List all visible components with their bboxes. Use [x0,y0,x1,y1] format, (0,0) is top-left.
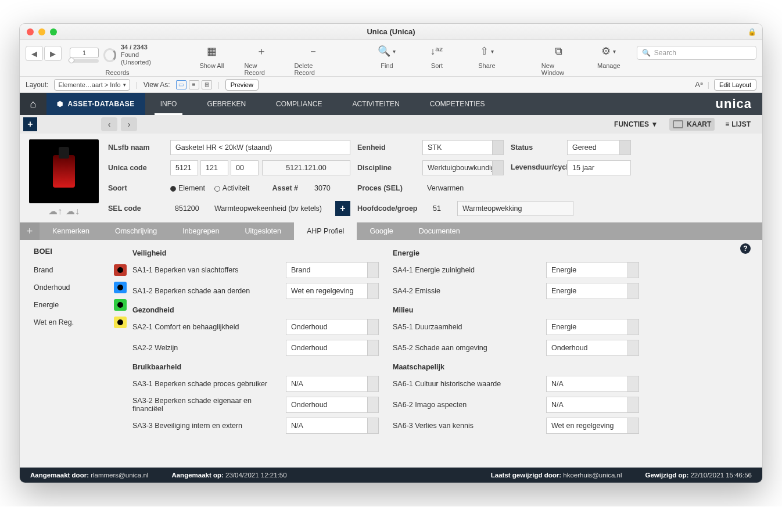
add-button[interactable]: + [23,117,37,131]
color-swatch[interactable] [114,317,127,328]
record-nav: ‹ › [101,117,137,131]
nlsfb-input[interactable]: Gasketel HR < 20kW (staand) [170,140,350,155]
sort-icon: ↓ᵃᶻ [430,45,443,57]
new-window-button[interactable]: ⧉ New Window [541,44,576,76]
show-all-button[interactable]: ▦ Show All [194,44,229,69]
ahp-select[interactable]: N/A [546,397,639,413]
ahp-select[interactable]: Onderhoud [286,319,379,335]
prev-record-button[interactable]: ‹ [101,117,117,131]
navbar: ⌂ ⬢ ASSET-DATABASE INFO GEBREKEN COMPLIA… [20,93,762,115]
unica-c3[interactable]: 00 [231,160,259,175]
ahp-select[interactable]: Energie [546,319,639,335]
thumbnail-image[interactable] [29,139,99,203]
download-icon[interactable]: ☁︎↓ [66,206,80,217]
subtab-add[interactable]: + [20,222,40,240]
sel-add-button[interactable]: + [335,201,350,216]
ahp-select[interactable]: Energie [546,262,639,278]
header-form: NLsfb naam Gasketel HR < 20kW (staand) E… [108,139,753,217]
view-lijst-button[interactable]: ≡ LIJST [722,118,754,131]
color-swatch[interactable] [114,264,127,276]
delete-record-button[interactable]: － Delete Record [294,44,332,76]
nav-tab-info[interactable]: INFO [145,93,192,115]
preview-button[interactable]: Preview [225,79,259,91]
nav-tab-compliance[interactable]: COMPLIANCE [261,93,337,115]
eenheid-select[interactable]: STK [422,140,504,155]
ahp-select[interactable]: Onderhoud [286,397,379,413]
ahp-select[interactable]: Brand [286,262,379,278]
ahp-label: SA1-1 Beperken van slachtoffers [132,262,272,278]
ahp-label: SA6-1 Cultuur historische waarde [393,376,532,392]
functies-menu[interactable]: FUNCTIES ▼ [614,120,658,128]
levensduur-input[interactable]: 15 jaar [567,160,631,175]
created-on: 23/04/2021 12:21:50 [225,472,287,479]
back-button[interactable]: ◀ [26,46,43,61]
view-list-icon[interactable]: ≡ [189,80,199,89]
home-button[interactable]: ⌂ [20,93,46,115]
search-input[interactable]: 🔍 Search [637,46,756,60]
layout-select[interactable]: Elemente…aart > Info ▾ [54,79,130,91]
ahp-select[interactable]: Onderhoud [546,340,639,356]
db-title[interactable]: ⬢ ASSET-DATABASE [46,93,145,115]
ahp-select[interactable]: N/A [286,376,379,392]
soort-element-radio[interactable]: Element [170,184,205,192]
boei-row: Energie [34,296,127,314]
ahp-label: SA4-1 Energie zuinigheid [393,262,532,278]
view-table-icon[interactable]: ⊞ [202,80,212,89]
tab-inbegrepen[interactable]: Inbegrepen [170,222,232,240]
ahp-label: SA3-1 Beperken schade proces gebruiker [132,376,272,392]
sort-button[interactable]: ↓ᵃᶻ Sort [419,44,454,69]
brand-logo: unica [705,93,762,115]
nav-tab-competenties[interactable]: COMPETENTIES [415,93,500,115]
tab-kenmerken[interactable]: Kenmerken [40,222,102,240]
edit-layout-button[interactable]: Edit Layout [714,79,756,91]
maximize-icon[interactable] [50,28,57,35]
tab-uitgesloten[interactable]: Uitgesloten [232,222,294,240]
layout-strip: Layout: Elemente…aart > Info ▾ | View As… [20,77,762,93]
tab-omschrijving[interactable]: Omschrijving [102,222,170,240]
view-form-icon[interactable]: ▭ [176,80,186,89]
section-heading: Energie [393,249,639,257]
color-swatch[interactable] [114,282,127,293]
tab-ahp-profiel[interactable]: AHP Profiel [294,222,357,240]
gear-icon: ⚙ [601,45,611,57]
manage-button[interactable]: ⚙▾ Manage [591,44,626,69]
share-button[interactable]: ⇧▾ Share [469,44,504,69]
next-record-button[interactable]: › [121,117,137,131]
text-size-icon[interactable]: Aᵃ [695,80,703,89]
unica-c2[interactable]: 121 [200,160,228,175]
discipline-label: Discipline [357,164,415,172]
nav-tab-activiteiten[interactable]: ACTIVITEITEN [337,93,414,115]
forward-button[interactable]: ▶ [44,46,62,61]
record-slider[interactable] [69,57,74,63]
ahp-select[interactable]: Wet en regelgeving [546,418,639,434]
color-swatch[interactable] [114,299,127,311]
app-window: Unica (Unica) 🔒 ◀ ▶ 1 34 / 2343 Found (U… [19,23,763,483]
ahp-select[interactable]: Energie [546,283,639,299]
help-icon[interactable]: ? [740,243,751,254]
upload-icon[interactable]: ☁︎↑ [48,206,62,217]
tab-documenten[interactable]: Documenten [406,222,473,240]
titlebar: Unica (Unica) 🔒 [20,24,762,40]
modified-on: 22/10/2021 15:46:56 [690,472,752,479]
ahp-select[interactable]: Onderhoud [286,340,379,356]
ahp-select[interactable]: N/A [286,418,379,434]
close-icon[interactable] [27,28,34,35]
tab-google[interactable]: Google [357,222,406,240]
ahp-select[interactable]: N/A [546,376,639,392]
view-kaart-button[interactable]: KAART [669,118,715,131]
proces-label: Proces (SEL) [357,184,415,192]
unica-c1[interactable]: 5121 [170,160,198,175]
ahp-select[interactable]: Wet en regelgeving [286,283,379,299]
status-select[interactable]: Gereed [567,140,631,155]
content: ☁︎↑ ☁︎↓ NLsfb naam Gasketel HR < 20kW (s… [20,134,762,468]
ahp-label: SA2-2 Welzijn [132,340,272,356]
new-record-button[interactable]: ＋ New Record [244,44,279,76]
minimize-icon[interactable] [38,28,45,35]
discipline-select[interactable]: Werktuigbouwkundig [422,160,504,175]
find-button[interactable]: 🔍▾ Find [370,44,404,69]
view-icons: ▭ ≡ ⊞ [176,80,212,89]
soort-activiteit-radio[interactable]: Activiteit [214,184,250,192]
record-number-input[interactable]: 1 [70,48,99,58]
records-block: 1 34 / 2343 Found (Unsorted) Records [70,44,165,76]
nav-tab-gebreken[interactable]: GEBREKEN [192,93,261,115]
